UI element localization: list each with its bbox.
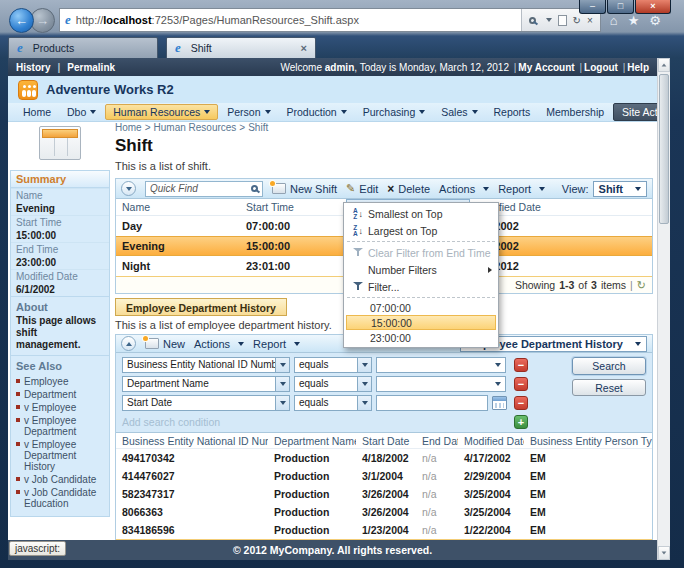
refresh-icon[interactable]: ↻ [573, 15, 581, 26]
column-header-person-type[interactable]: Business Entity Person Type [524, 435, 652, 447]
search-dropdown-icon[interactable] [546, 18, 552, 22]
edit-button[interactable]: ✎Edit [346, 182, 378, 195]
table-row[interactable]: 582347317 Production 3/26/2004 n/a 3/25/… [116, 485, 652, 503]
breadcrumb-home[interactable]: Home [115, 122, 142, 133]
nav-reports[interactable]: Reports [487, 105, 538, 119]
tab-shift[interactable]: e Shift × [166, 37, 316, 58]
my-account-link[interactable]: My Account [518, 62, 574, 73]
column-header-id[interactable]: Business Entity National ID Number [116, 435, 268, 447]
tools-gear-icon[interactable]: ⚙ [649, 13, 661, 28]
search-button[interactable]: Search [572, 357, 646, 375]
dropdown-arrow-icon[interactable] [275, 396, 289, 410]
filter-value-option[interactable]: 07:00:00 [344, 300, 498, 315]
operator-select[interactable]: equals [294, 357, 372, 373]
operator-select[interactable]: equals [294, 376, 372, 392]
shift-view-dropdown[interactable]: Shift [593, 181, 647, 197]
stop-icon[interactable]: × [587, 15, 593, 26]
see-also-link-v-employee-department[interactable]: v Employee Department [14, 414, 106, 438]
nav-production[interactable]: Production [280, 105, 354, 119]
field-select[interactable]: Business Entity National ID Number [122, 357, 290, 373]
compatibility-view-icon[interactable] [558, 15, 567, 26]
actions-menu-button[interactable]: Actions [194, 338, 244, 350]
dropdown-arrow-icon[interactable] [491, 358, 505, 372]
column-header-modified-date[interactable]: Modified Date [458, 435, 524, 447]
column-header-start-date[interactable]: Start Date [356, 435, 416, 447]
nav-dbo[interactable]: Dbo [60, 105, 103, 119]
back-button[interactable]: ← [9, 8, 34, 33]
value-combo[interactable] [376, 376, 506, 392]
maximize-button[interactable]: □ [607, 0, 634, 14]
close-tab-icon[interactable]: × [301, 42, 307, 54]
breadcrumb-human-resources[interactable]: Human Resources [154, 122, 237, 133]
address-bar[interactable]: e http://localhost:7253/Pages/HumanResou… [59, 8, 601, 32]
see-also-link-v-job-candidate[interactable]: v Job Candidate [14, 473, 106, 486]
nav-person[interactable]: Person [220, 105, 277, 119]
column-header-department[interactable]: Department Name [268, 435, 356, 447]
shift-name-link[interactable]: Evening [116, 240, 240, 252]
quick-find-input[interactable] [145, 181, 263, 197]
favorites-star-icon[interactable]: ★ [628, 13, 640, 28]
report-menu-button[interactable]: Report [498, 183, 545, 195]
collapse-toolbar-button[interactable] [121, 181, 136, 196]
nav-human-resources[interactable]: Human Resources [105, 104, 218, 120]
menu-item-largest-on-top[interactable]: ZA↓ Largest on Top [344, 222, 498, 239]
see-also-link-employee[interactable]: Employee [14, 375, 106, 388]
minimize-button[interactable]: – [579, 0, 606, 14]
report-menu-button[interactable]: Report [253, 338, 300, 350]
refresh-icon[interactable]: ↻ [637, 279, 646, 292]
table-row[interactable]: 834186596 Production 1/23/2004 n/a 1/22/… [116, 521, 652, 539]
id-link[interactable]: 414476027 [116, 470, 268, 482]
calendar-icon[interactable] [492, 396, 507, 410]
reset-button[interactable]: Reset [572, 379, 646, 396]
dropdown-arrow-icon[interactable] [357, 377, 371, 391]
nav-sales[interactable]: Sales [434, 105, 484, 119]
actions-menu-button[interactable]: Actions [439, 183, 489, 195]
id-link[interactable]: 834186596 [116, 524, 268, 536]
help-link[interactable]: Help [627, 62, 649, 73]
vertical-scrollbar[interactable] [657, 58, 670, 560]
dropdown-arrow-icon[interactable] [357, 358, 371, 372]
table-row[interactable]: 414476027 Production 3/1/2004 n/a 2/29/2… [116, 467, 652, 485]
search-icon[interactable] [251, 185, 258, 192]
nav-membership[interactable]: Membership [539, 105, 611, 119]
see-also-link-department[interactable]: Department [14, 388, 106, 401]
operator-select[interactable]: equals [294, 395, 372, 411]
scroll-down-button[interactable] [658, 546, 670, 560]
new-button[interactable]: New [145, 338, 185, 350]
history-link[interactable]: History [16, 62, 50, 73]
dropdown-arrow-icon[interactable] [275, 377, 289, 391]
nav-home[interactable]: Home [16, 105, 58, 119]
filter-value-option[interactable]: 23:00:00 [344, 330, 498, 345]
dropdown-arrow-icon[interactable] [357, 396, 371, 410]
column-header-name[interactable]: Name [116, 199, 240, 216]
table-row[interactable]: 494170342 Production 4/18/2002 n/a 4/17/… [116, 449, 652, 467]
id-link[interactable]: 582347317 [116, 488, 268, 500]
dropdown-arrow-icon[interactable] [275, 358, 289, 372]
shift-name-link[interactable]: Night [116, 260, 240, 272]
site-actions-button[interactable]: Site Actions [613, 103, 657, 121]
menu-item-filter[interactable]: Filter... [344, 278, 498, 295]
home-icon[interactable]: ⌂ [610, 13, 618, 28]
close-window-button[interactable]: × [635, 0, 671, 14]
id-link[interactable]: 494170342 [116, 452, 268, 464]
column-header-end-date[interactable]: End Date [416, 435, 458, 447]
remove-condition-button[interactable]: − [514, 358, 528, 372]
field-select[interactable]: Start Date [122, 395, 290, 411]
collapse-panel-button[interactable] [121, 336, 136, 351]
column-header-start-time[interactable]: Start Time [240, 199, 346, 216]
date-value-input[interactable] [376, 395, 488, 411]
shift-name-link[interactable]: Day [116, 220, 240, 232]
new-shift-button[interactable]: New Shift [272, 183, 337, 195]
logout-link[interactable]: Logout [584, 62, 618, 73]
remove-condition-button[interactable]: − [514, 396, 528, 410]
filter-value-option-selected[interactable]: 15:00:00 [346, 315, 496, 330]
value-combo[interactable] [376, 357, 506, 373]
tab-products[interactable]: e Products [8, 37, 158, 58]
menu-item-smallest-on-top[interactable]: AZ↓ Smallest on Top [344, 205, 498, 222]
scroll-up-button[interactable] [658, 58, 670, 72]
id-link[interactable]: 8066363 [116, 506, 268, 518]
see-also-link-v-employee-department-history[interactable]: v Employee Department History [14, 438, 106, 473]
search-icon[interactable] [529, 17, 536, 24]
field-select[interactable]: Department Name [122, 376, 290, 392]
remove-condition-button[interactable]: − [514, 377, 528, 391]
